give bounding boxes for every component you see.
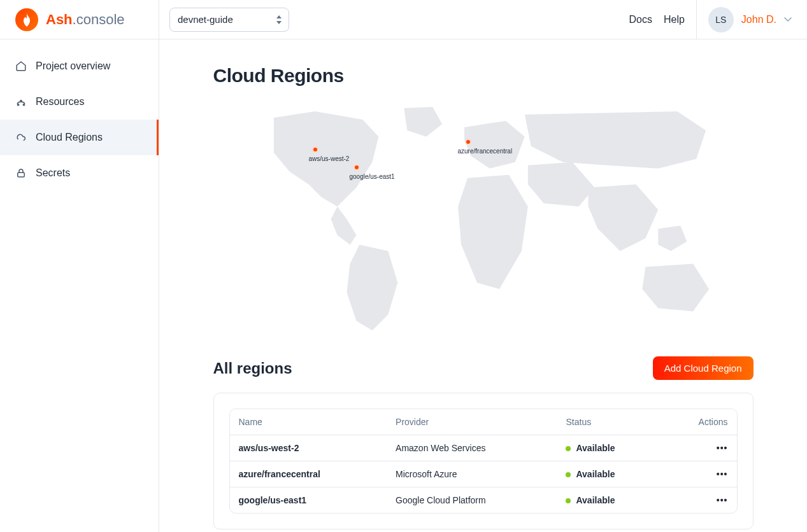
svg-point-2: [23, 104, 24, 105]
cell-status: Available: [557, 435, 662, 461]
map-marker-google[interactable]: [354, 164, 360, 171]
world-map: aws/us-west-2 google/us-east1 azure/fran…: [213, 102, 753, 337]
brand-text: Ash.console: [46, 11, 125, 28]
cloud-icon: [15, 132, 27, 143]
project-select-wrap: devnet-guide: [169, 8, 289, 32]
world-map-silhouette: [213, 102, 753, 337]
status-dot-icon: [566, 446, 571, 451]
status-dot-icon: [566, 472, 571, 477]
resources-icon: [15, 96, 27, 108]
user-name: John D.: [741, 14, 776, 25]
status-text: Available: [576, 443, 615, 453]
section-title: All regions: [213, 360, 292, 377]
cell-name: azure/francecentral: [230, 461, 387, 487]
brand-part2: .console: [73, 11, 125, 27]
sidebar-item-label: Cloud Regions: [36, 132, 103, 143]
sidebar: Project overview Resources Cloud Regions…: [0, 39, 159, 532]
avatar: LS: [708, 7, 734, 32]
help-link[interactable]: Help: [664, 14, 685, 25]
brand-area: Ash.console: [0, 0, 159, 39]
topbar: Ash.console devnet-guide Docs Help LS Jo…: [0, 0, 807, 39]
map-label-google: google/us-east1: [350, 173, 395, 180]
table-row: azure/francecentral Microsoft Azure Avai…: [230, 461, 737, 487]
main: Cloud Regions: [159, 39, 807, 532]
sidebar-item-resources[interactable]: Resources: [0, 84, 159, 120]
sidebar-item-label: Project overview: [36, 60, 110, 72]
row-actions-button[interactable]: •••: [717, 495, 728, 505]
col-status: Status: [557, 409, 662, 435]
sidebar-item-secrets[interactable]: Secrets: [0, 155, 159, 191]
map-label-aws: aws/us-west-2: [309, 155, 350, 162]
cell-name: google/us-east1: [230, 487, 387, 513]
cell-status: Available: [557, 487, 662, 513]
sidebar-item-label: Secrets: [36, 167, 70, 179]
sidebar-item-overview[interactable]: Project overview: [0, 48, 159, 84]
page-title: Cloud Regions: [213, 65, 753, 87]
svg-rect-3: [18, 172, 25, 177]
project-selector-value: devnet-guide: [178, 14, 233, 25]
sidebar-item-label: Resources: [36, 96, 84, 108]
map-marker-azure[interactable]: [465, 139, 471, 145]
col-name: Name: [230, 409, 387, 435]
map-marker-aws[interactable]: [312, 146, 318, 153]
chevron-down-icon: [784, 15, 792, 24]
table-row: aws/us-west-2 Amazon Web Services Availa…: [230, 435, 737, 461]
brand-part1: Ash: [46, 11, 73, 27]
cell-name: aws/us-west-2: [230, 435, 387, 461]
sidebar-item-regions[interactable]: Cloud Regions: [0, 120, 159, 155]
project-selector[interactable]: devnet-guide: [169, 8, 289, 32]
map-label-azure: azure/francecentral: [458, 148, 513, 155]
cell-provider: Microsoft Azure: [387, 461, 557, 487]
logo-icon: [15, 8, 38, 31]
table-header-row: Name Provider Status Actions: [230, 409, 737, 435]
svg-point-0: [17, 104, 18, 105]
select-caret-icon: [276, 15, 282, 24]
table-row: google/us-east1 Google Cloud Platform Av…: [230, 487, 737, 513]
layout: Project overview Resources Cloud Regions…: [0, 39, 807, 532]
add-cloud-region-button[interactable]: Add Cloud Region: [653, 356, 753, 380]
user-menu[interactable]: LS John D.: [696, 0, 792, 39]
cell-status: Available: [557, 461, 662, 487]
topbar-right: Docs Help LS John D.: [629, 0, 792, 39]
svg-point-1: [20, 100, 22, 101]
status-text: Available: [576, 469, 615, 479]
section-header: All regions Add Cloud Region: [213, 356, 753, 380]
col-provider: Provider: [387, 409, 557, 435]
regions-table: Name Provider Status Actions aws/us-west…: [229, 409, 738, 514]
regions-card: Name Provider Status Actions aws/us-west…: [213, 393, 753, 529]
status-dot-icon: [566, 498, 571, 503]
lock-icon: [15, 167, 27, 179]
status-text: Available: [576, 495, 615, 505]
docs-link[interactable]: Docs: [629, 14, 652, 25]
cell-provider: Amazon Web Services: [387, 435, 557, 461]
col-actions: Actions: [662, 409, 737, 435]
cell-provider: Google Cloud Platform: [387, 487, 557, 513]
row-actions-button[interactable]: •••: [717, 443, 728, 453]
content: Cloud Regions: [213, 39, 753, 532]
home-icon: [15, 60, 27, 72]
row-actions-button[interactable]: •••: [717, 469, 728, 479]
